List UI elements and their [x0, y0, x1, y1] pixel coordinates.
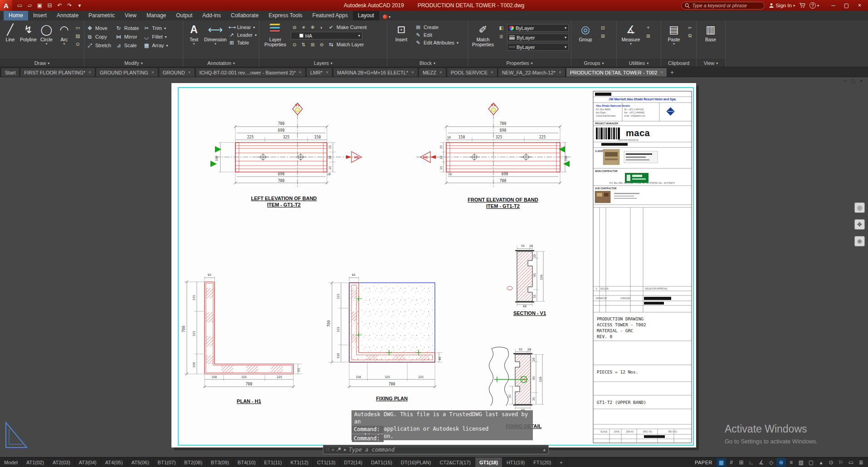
- command-input[interactable]: [349, 447, 541, 453]
- layout-tab[interactable]: AT1(02): [22, 457, 49, 467]
- table-button[interactable]: ⊞Table: [229, 39, 257, 46]
- ribbon-tab[interactable]: Featured Apps: [307, 11, 353, 20]
- file-tab[interactable]: GROUND ×: [159, 68, 195, 77]
- lineweight-icon[interactable]: ≡: [786, 458, 796, 467]
- object-snap-icon[interactable]: ⊕: [776, 458, 786, 467]
- match-layer-button[interactable]: ⇆Match Layer: [328, 41, 364, 48]
- layout-tab[interactable]: BT4(10): [234, 457, 260, 467]
- property-list-icon[interactable]: ≣: [497, 33, 505, 39]
- measure-button[interactable]: ∡ Measure ▾: [619, 22, 643, 59]
- undo-icon[interactable]: ↶: [55, 1, 64, 10]
- file-tab-close-icon[interactable]: ×: [151, 70, 154, 75]
- layout-tab[interactable]: AT2(03): [49, 457, 75, 467]
- help-control[interactable]: ? ▾: [809, 2, 819, 9]
- layout-tab[interactable]: BT2(08): [180, 457, 207, 467]
- restore-button[interactable]: ▢: [840, 0, 853, 10]
- ribbon-tab[interactable]: Add-ins: [197, 11, 226, 20]
- ortho-icon[interactable]: ∟: [746, 458, 756, 467]
- polar-tracking-icon[interactable]: ∡: [756, 458, 766, 467]
- layout-tab[interactable]: CT1(13): [313, 457, 340, 467]
- layer-delete-icon[interactable]: ⊖: [318, 41, 326, 48]
- cut-icon[interactable]: ✂: [686, 24, 694, 31]
- file-tab[interactable]: MEZZ ×: [419, 68, 446, 77]
- ribbon-tab[interactable]: Parametric: [83, 11, 120, 20]
- layout-tab[interactable]: AT3(04): [75, 457, 101, 467]
- save-icon[interactable]: ▣: [35, 1, 44, 10]
- polyline-button[interactable]: ↯ Polyline: [20, 22, 37, 59]
- file-tab[interactable]: NEW_FA_22-March-12* ×: [498, 68, 566, 77]
- copy-clip-icon[interactable]: ⧉: [686, 32, 694, 39]
- search-input[interactable]: [692, 3, 761, 8]
- file-tab-close-icon[interactable]: ×: [188, 70, 191, 75]
- layer-merge-icon[interactable]: ⇅: [300, 41, 307, 48]
- leader-button[interactable]: ↗Leader▾: [229, 32, 257, 38]
- layout-tab[interactable]: AT4(05): [101, 457, 127, 467]
- ribbon-tab[interactable]: Home: [4, 11, 28, 20]
- command-grip-icon[interactable]: ∷: [326, 447, 329, 452]
- layer-select[interactable]: HA ▾: [291, 32, 362, 39]
- layout-tab[interactable]: ET1(11): [260, 457, 287, 467]
- ungroup-icon[interactable]: ⊟: [599, 24, 607, 31]
- drawing-minimize-icon[interactable]: ─: [844, 79, 847, 84]
- ribbon-tab[interactable]: Express Tools: [263, 11, 307, 20]
- redo-icon[interactable]: ↷: [65, 1, 74, 10]
- layout-tab[interactable]: BT1(07): [154, 457, 180, 467]
- panel-title-groups[interactable]: Groups ▾: [571, 59, 616, 67]
- ribbon-tab[interactable]: Collaborate: [226, 11, 263, 20]
- file-tab[interactable]: LMR* ×: [306, 68, 332, 77]
- grid-icon[interactable]: #: [727, 458, 736, 467]
- fillet-button[interactable]: ◡Fillet▾: [143, 34, 168, 40]
- dimension-button[interactable]: ⟷ Dimension ▾: [204, 22, 227, 59]
- help-search-box[interactable]: [681, 2, 765, 10]
- layout-tab[interactable]: GT1(18): [475, 457, 502, 467]
- make-current-button[interactable]: ✔Make Current: [328, 24, 367, 30]
- file-tab-close-icon[interactable]: ×: [439, 70, 442, 75]
- id-point-icon[interactable]: ⌖: [644, 24, 652, 31]
- object-color-select[interactable]: ByLayer ▾: [507, 24, 569, 32]
- workspace-switching-icon[interactable]: ⊙: [826, 458, 836, 467]
- command-close-icon[interactable]: ×: [332, 447, 334, 452]
- ribbon-tab[interactable]: Manage: [141, 11, 171, 20]
- edit-block-button[interactable]: ✎Edit: [415, 32, 458, 38]
- panel-title-view[interactable]: View ▾: [697, 59, 725, 67]
- paper-space-label[interactable]: PAPER: [695, 460, 712, 465]
- create-block-button[interactable]: ⊞Create: [415, 24, 458, 30]
- qat-dropdown-icon[interactable]: ▾: [75, 1, 84, 10]
- lineweight-select[interactable]: ByLayer ▾: [507, 34, 569, 41]
- annotation-scale-icon[interactable]: ▴: [816, 458, 826, 467]
- file-tab-close-icon[interactable]: ×: [559, 70, 561, 75]
- insert-button[interactable]: ⊡ Insert: [390, 22, 413, 59]
- quick-select-icon[interactable]: ◧: [497, 24, 505, 31]
- file-tab[interactable]: MARINA 2B+G+M+16 ELECTL* ×: [333, 68, 418, 77]
- new-file-icon[interactable]: ▭: [15, 1, 24, 10]
- file-tab-close-icon[interactable]: ×: [491, 70, 493, 75]
- hatch-icon[interactable]: ▨: [74, 32, 82, 39]
- layout-tab[interactable]: KT1(12): [287, 457, 313, 467]
- ribbon-tab[interactable]: Annotate: [52, 11, 83, 20]
- move-button[interactable]: ✥Move: [87, 25, 111, 31]
- drawing-close-icon[interactable]: ×: [860, 79, 863, 84]
- ellipse-icon[interactable]: ⊙: [74, 40, 82, 47]
- plot-icon[interactable]: ⊟: [45, 1, 54, 10]
- file-tab[interactable]: FIRST FLOOR PLANTING* ×: [20, 68, 95, 77]
- panel-title-clipboard[interactable]: Clipboard: [661, 59, 696, 67]
- file-tab-close-icon[interactable]: ×: [411, 70, 414, 75]
- layout-tab[interactable]: AT5(06): [127, 457, 154, 467]
- ribbon-tab[interactable]: Layout: [353, 11, 379, 20]
- group-edit-icon[interactable]: ⊞: [599, 32, 607, 39]
- layout-sheet[interactable]: V1700690225325150190252025H169010700LEFT…: [171, 83, 696, 447]
- stretch-button[interactable]: ⤢Stretch: [87, 42, 111, 49]
- ribbon-tab[interactable]: Output: [171, 11, 197, 20]
- file-tab-close-icon[interactable]: ×: [660, 70, 663, 75]
- scale-button[interactable]: ⊿Scale: [116, 42, 139, 49]
- group-button[interactable]: ◎ Group: [574, 22, 597, 59]
- base-view-button[interactable]: ▥ Base: [699, 22, 722, 59]
- ribbon-tab[interactable]: View: [120, 11, 141, 20]
- transparency-icon[interactable]: ▨: [796, 458, 806, 467]
- layer-off-icon[interactable]: ⊘: [291, 24, 298, 30]
- file-tab-close-icon[interactable]: ×: [299, 70, 302, 75]
- command-expand-icon[interactable]: ▴: [543, 447, 546, 452]
- copy-button[interactable]: ⧉Copy: [87, 34, 111, 40]
- app-store-cart-icon[interactable]: [799, 3, 805, 8]
- layer-walk-icon[interactable]: ⊞: [309, 41, 317, 48]
